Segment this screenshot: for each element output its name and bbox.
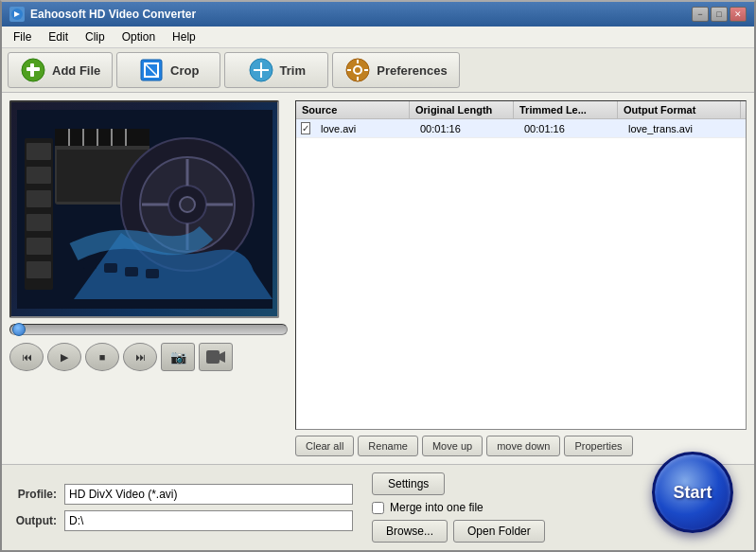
header-original-length: Original Length xyxy=(410,101,514,118)
title-controls: − □ ✕ xyxy=(692,7,747,22)
progress-thumb[interactable] xyxy=(12,323,26,336)
toolbar: Add File Crop Trim xyxy=(2,48,754,93)
svg-rect-41 xyxy=(104,263,117,273)
rewind-button[interactable]: ⏮ xyxy=(9,343,44,371)
left-panel: ⏮ ▶ ■ ⏭ 📷 xyxy=(9,100,288,456)
crop-button[interactable]: Crop xyxy=(116,52,220,88)
header-trimmed-length: Trimmed Le... xyxy=(514,101,618,118)
add-file-icon xyxy=(20,57,46,83)
profile-output-area: Profile: HD DivX Video (*.avi) HD MP4 Vi… xyxy=(9,484,362,531)
header-output-format: Output Format xyxy=(618,101,741,118)
svg-rect-44 xyxy=(206,350,220,364)
open-folder-button[interactable]: Open Folder xyxy=(453,520,545,543)
cell-trimmed-length: 00:01:16 xyxy=(519,120,623,137)
file-list: Source Original Length Trimmed Le... Out… xyxy=(295,100,747,430)
profile-select-wrapper: HD DivX Video (*.avi) HD MP4 Video (*.mp… xyxy=(64,484,362,505)
menu-option[interactable]: Option xyxy=(114,28,163,45)
stop-button[interactable]: ■ xyxy=(85,343,119,371)
profile-row: Profile: HD DivX Video (*.avi) HD MP4 Vi… xyxy=(9,484,362,505)
svg-rect-20 xyxy=(26,190,51,207)
rename-button[interactable]: Rename xyxy=(358,436,418,456)
merge-row: Merge into one file xyxy=(372,501,483,514)
svg-rect-21 xyxy=(26,214,51,231)
browse-button[interactable]: Browse... xyxy=(372,520,448,543)
bottom-panel: Profile: HD DivX Video (*.avi) HD MP4 Vi… xyxy=(2,464,754,550)
mid-buttons: Settings Merge into one file Browse... O… xyxy=(372,472,545,543)
profile-select[interactable]: HD DivX Video (*.avi) HD MP4 Video (*.mp… xyxy=(64,484,353,505)
crop-icon xyxy=(138,57,165,83)
output-row: Output: xyxy=(9,510,362,531)
crop-label: Crop xyxy=(170,63,199,78)
move-up-button[interactable]: Move up xyxy=(422,436,483,456)
menu-file[interactable]: File xyxy=(6,28,39,45)
checkbox-checked: ✓ xyxy=(301,122,310,134)
svg-rect-43 xyxy=(146,269,159,278)
bottom-layout: Profile: HD DivX Video (*.avi) HD MP4 Vi… xyxy=(9,472,747,543)
svg-marker-45 xyxy=(220,351,225,363)
main-window: Eahoosoft HD Video Converter − □ ✕ File … xyxy=(0,0,756,552)
add-file-label: Add File xyxy=(52,63,100,78)
add-file-button[interactable]: Add File xyxy=(8,52,113,88)
svg-rect-3 xyxy=(26,67,40,71)
menu-edit[interactable]: Edit xyxy=(41,28,76,45)
svg-rect-22 xyxy=(26,238,51,255)
header-source: Source xyxy=(296,101,410,118)
progress-bar-area xyxy=(9,324,288,335)
browse-openfolder-row: Browse... Open Folder xyxy=(372,520,545,543)
preview-graphic xyxy=(17,110,273,309)
maximize-button[interactable]: □ xyxy=(711,7,728,22)
merge-label: Merge into one file xyxy=(390,501,483,514)
clear-all-button[interactable]: Clear all xyxy=(295,436,354,456)
settings-button[interactable]: Settings xyxy=(372,472,445,495)
window-title: Eahoosoft HD Video Converter xyxy=(30,8,196,21)
progress-track[interactable] xyxy=(9,324,288,335)
main-content: ⏮ ▶ ■ ⏭ 📷 Source Original Length xyxy=(2,93,754,464)
transport-controls: ⏮ ▶ ■ ⏭ 📷 xyxy=(9,343,288,371)
title-bar: Eahoosoft HD Video Converter − □ ✕ xyxy=(2,2,754,27)
preferences-label: Preferences xyxy=(377,63,447,78)
cell-original-length: 00:01:16 xyxy=(414,120,519,137)
svg-point-35 xyxy=(180,197,195,212)
trim-icon xyxy=(248,57,274,83)
table-row[interactable]: ✓ love.avi 00:01:16 00:01:16 love_trans.… xyxy=(296,119,746,138)
right-panel: Source Original Length Trimmed Le... Out… xyxy=(295,100,747,456)
menu-clip[interactable]: Clip xyxy=(78,28,113,45)
svg-rect-18 xyxy=(26,143,51,160)
trim-button[interactable]: Trim xyxy=(224,52,328,88)
merge-checkbox[interactable] xyxy=(372,502,384,514)
svg-rect-19 xyxy=(26,167,51,184)
preview-area xyxy=(9,100,279,318)
start-button[interactable]: Start xyxy=(652,452,733,533)
cell-source: love.avi xyxy=(315,120,414,137)
profile-label: Profile: xyxy=(9,488,57,501)
properties-button[interactable]: Properties xyxy=(564,436,632,456)
svg-rect-23 xyxy=(26,261,51,278)
svg-rect-40 xyxy=(83,259,97,269)
preferences-button[interactable]: Preferences xyxy=(332,52,459,88)
cell-output-format: love_trans.avi xyxy=(623,120,746,137)
play-button[interactable]: ▶ xyxy=(47,343,81,371)
preferences-icon xyxy=(344,57,371,83)
close-button[interactable]: ✕ xyxy=(730,7,747,22)
trim-label: Trim xyxy=(280,63,306,78)
menu-bar: File Edit Clip Option Help xyxy=(2,27,754,48)
video-capture-button[interactable] xyxy=(199,343,233,371)
svg-rect-42 xyxy=(125,267,138,276)
app-icon xyxy=(9,7,25,22)
move-down-button[interactable]: move down xyxy=(486,436,560,456)
screenshot-button[interactable]: 📷 xyxy=(161,343,195,371)
output-label: Output: xyxy=(9,514,57,527)
menu-help[interactable]: Help xyxy=(165,28,203,45)
output-input[interactable] xyxy=(64,510,353,531)
row-checkbox[interactable]: ✓ xyxy=(296,119,315,137)
title-bar-left: Eahoosoft HD Video Converter xyxy=(9,7,196,22)
forward-button[interactable]: ⏭ xyxy=(123,343,157,371)
list-header: Source Original Length Trimmed Le... Out… xyxy=(296,101,746,119)
minimize-button[interactable]: − xyxy=(692,7,709,22)
